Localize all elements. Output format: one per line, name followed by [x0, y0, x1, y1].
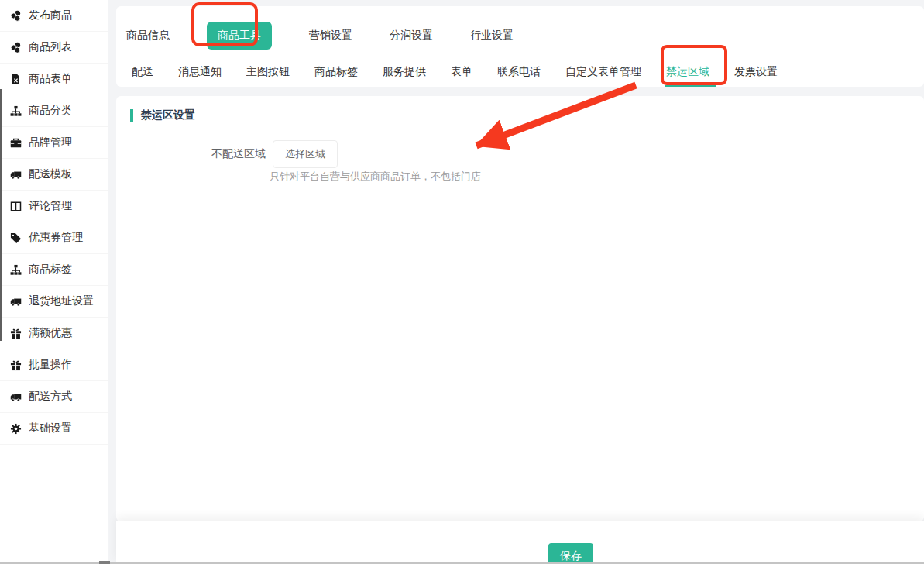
- sidebar-item-label: 商品列表: [29, 40, 72, 54]
- primary-tab-bar: 商品信息 商品工具 营销设置 分润设置 行业设置: [126, 20, 514, 51]
- tab-product-info[interactable]: 商品信息: [126, 29, 170, 43]
- sidebar-item-label: 配送模板: [29, 167, 72, 181]
- sidebar-item-product-tags[interactable]: 商品标签: [0, 254, 108, 286]
- subtab-embargo-region[interactable]: 禁运区域: [666, 65, 709, 79]
- gift-icon: [10, 359, 22, 371]
- sidebar-item-label: 满额优惠: [29, 326, 72, 340]
- sidebar-item-label: 发布商品: [29, 9, 72, 22]
- gift-icon: [10, 328, 22, 339]
- sidebar-item-comment-management[interactable]: 评论管理: [0, 191, 108, 222]
- truck-icon: [10, 391, 22, 403]
- footer-bar: 保存: [116, 521, 924, 564]
- sidebar-item-coupon-management[interactable]: 优惠券管理: [0, 222, 108, 254]
- sidebar-item-label: 品牌管理: [29, 136, 72, 150]
- sidebar-item-return-address-settings[interactable]: 退货地址设置: [0, 286, 108, 318]
- subtab-main-image-button[interactable]: 主图按钮: [246, 65, 290, 79]
- choose-region-button[interactable]: 选择区域: [273, 140, 338, 168]
- subtab-service-provision[interactable]: 服务提供: [383, 65, 426, 79]
- sidebar-item-label: 评论管理: [29, 199, 72, 213]
- subtab-message-notification[interactable]: 消息通知: [178, 65, 222, 79]
- sidebar-item-label: 基础设置: [29, 421, 72, 435]
- tabs-panel: 商品信息 商品工具 营销设置 分润设置 行业设置 配送 消息通知 主图按钮 商品…: [116, 6, 924, 87]
- section-accent-bar: [130, 109, 133, 122]
- sidebar-item-product-form[interactable]: 商品表单: [0, 64, 108, 95]
- subtab-product-tags[interactable]: 商品标签: [314, 65, 358, 79]
- sitemap-icon: [10, 105, 22, 117]
- toolbox-icon: [10, 137, 22, 149]
- secondary-tab-bar: 配送 消息通知 主图按钮 商品标签 服务提供 表单 联系电话 自定义表单管理 禁…: [132, 65, 778, 79]
- sidebar-item-label: 商品表单: [29, 72, 72, 86]
- sidebar-item-brand-management[interactable]: 品牌管理: [0, 127, 108, 159]
- sidebar-item-label: 配送方式: [29, 390, 72, 404]
- vertical-scrollbar[interactable]: [0, 89, 2, 341]
- truck-icon: [10, 169, 22, 181]
- sitemap-icon: [10, 264, 22, 276]
- subtab-contact-phone[interactable]: 联系电话: [497, 65, 541, 79]
- subtab-custom-form-management[interactable]: 自定义表单管理: [565, 65, 641, 79]
- sidebar-item-label: 退货地址设置: [29, 294, 94, 308]
- sidebar-item-batch-operations[interactable]: 批量操作: [0, 349, 108, 381]
- sidebar-item-delivery-method[interactable]: 配送方式: [0, 381, 108, 413]
- no-delivery-region-label: 不配送区域: [211, 147, 266, 161]
- sidebar-item-product-category[interactable]: 商品分类: [0, 95, 108, 127]
- sidebar: 发布商品 商品列表 商品表单 商品分类 品牌管理 配送模板 评论管理 优惠券管: [0, 0, 108, 564]
- embargo-settings-panel: 禁运区设置 不配送区域 选择区域 只针对平台自营与供应商商品订单，不包括门店: [116, 96, 924, 521]
- sidebar-item-label: 批量操作: [29, 358, 72, 372]
- tab-industry-settings[interactable]: 行业设置: [470, 29, 514, 43]
- sidebar-item-label: 商品分类: [29, 104, 72, 118]
- gear-icon: [10, 423, 22, 435]
- coins-icon: [10, 42, 22, 53]
- tab-profit-sharing-settings[interactable]: 分润设置: [390, 29, 433, 43]
- sidebar-item-basic-settings[interactable]: 基础设置: [0, 413, 108, 445]
- section-title: 禁运区设置: [141, 108, 195, 122]
- no-delivery-region-row: 不配送区域 选择区域: [211, 140, 338, 168]
- columns-icon: [10, 201, 22, 212]
- scrollbar-corner: [99, 561, 110, 564]
- sidebar-item-label: 商品标签: [29, 263, 72, 277]
- section-header: 禁运区设置: [130, 108, 195, 122]
- coins-icon: [10, 10, 22, 22]
- subtab-invoice-settings[interactable]: 发票设置: [734, 65, 778, 79]
- subtab-form[interactable]: 表单: [451, 65, 472, 79]
- sidebar-item-label: 优惠券管理: [29, 231, 83, 245]
- sidebar-item-delivery-template[interactable]: 配送模板: [0, 159, 108, 191]
- tab-product-tools[interactable]: 商品工具: [207, 22, 272, 50]
- sidebar-item-publish-product[interactable]: 发布商品: [0, 0, 108, 32]
- save-button[interactable]: 保存: [548, 543, 593, 564]
- app-window: 发布商品 商品列表 商品表单 商品分类 品牌管理 配送模板 评论管理 优惠券管: [0, 0, 924, 564]
- sidebar-item-product-list[interactable]: 商品列表: [0, 32, 108, 64]
- sidebar-item-full-amount-discount[interactable]: 满额优惠: [0, 318, 108, 349]
- file-icon: [10, 74, 22, 85]
- truck-icon: [10, 296, 22, 308]
- helper-text: 只针对平台自营与供应商商品订单，不包括门店: [270, 170, 481, 184]
- tab-marketing-settings[interactable]: 营销设置: [309, 29, 352, 43]
- subtab-delivery[interactable]: 配送: [132, 65, 153, 79]
- tag-icon: [10, 232, 22, 244]
